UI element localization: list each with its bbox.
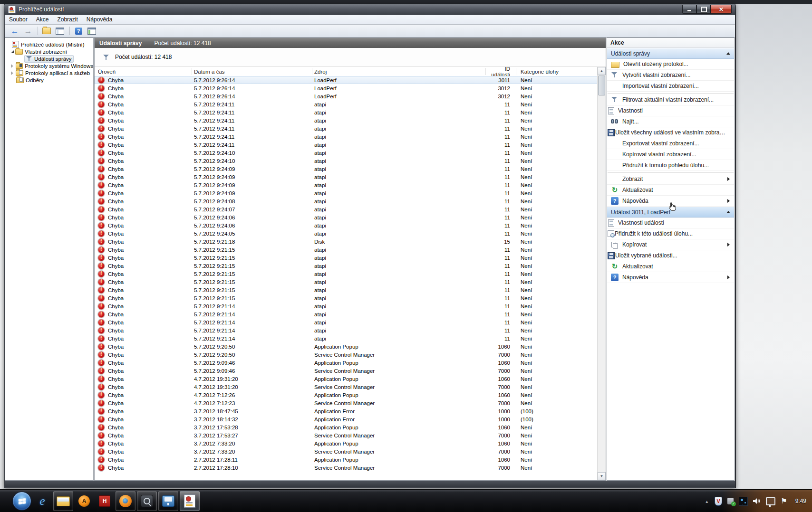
scroll-down-button[interactable]: ▼ — [598, 472, 606, 480]
table-row[interactable]: Chyba 3.7.2012 18:14:32 Application Erro… — [95, 415, 598, 423]
network-app-icon[interactable] — [739, 497, 748, 506]
table-row[interactable]: Chyba 4.7.2012 7:12:26 Application Popup… — [95, 391, 598, 399]
table-row[interactable]: Chyba 5.7.2012 9:21:15 atapi 11 Není — [95, 270, 598, 278]
table-row[interactable]: Chyba 5.7.2012 9:24:11 atapi 11 Není — [95, 133, 598, 141]
action-item-save-all-events[interactable]: Uložit všechny události ve vlastním zobr… — [607, 127, 734, 138]
column-zdroj[interactable]: Zdroj — [312, 69, 485, 75]
table-row[interactable]: Chyba 5.7.2012 9:24:08 atapi 11 Není — [95, 197, 598, 205]
table-row[interactable]: Chyba 5.7.2012 9:20:50 Application Popup… — [95, 342, 598, 351]
action-item-import-custom-view[interactable]: Importovat vlastní zobrazení... — [607, 81, 734, 92]
table-row[interactable]: Chyba 5.7.2012 9:09:46 Service Control M… — [95, 367, 598, 375]
export-button[interactable] — [40, 25, 53, 37]
table-row[interactable]: Chyba 5.7.2012 9:24:10 atapi 11 Není — [95, 149, 598, 157]
action-item-refresh[interactable]: ↻ Aktualizovat — [607, 261, 734, 272]
taskbar-button-projector[interactable] — [158, 491, 178, 511]
table-row[interactable]: Chyba 3.7.2012 7:33:20 Application Popup… — [95, 439, 598, 447]
action-item-open-saved-log[interactable]: Otevřít uložený protokol... — [607, 59, 734, 70]
action-item-attach-task-to-event[interactable]: Přidružit k této události úlohu... — [607, 228, 734, 239]
table-row[interactable]: Chyba 5.7.2012 9:24:09 atapi 11 Není — [95, 173, 598, 181]
tree-item-vlastni-zobrazeni[interactable]: Vlastní zobrazení — [5, 48, 93, 55]
table-row[interactable]: Chyba 5.7.2012 9:24:09 atapi 11 Není — [95, 189, 598, 197]
collapsed-arrow-icon[interactable] — [11, 71, 13, 75]
show-action-pane-button[interactable] — [86, 25, 98, 37]
action-item-properties[interactable]: Vlastnosti — [607, 105, 734, 116]
taskbar-clock[interactable]: 9:49 — [795, 498, 806, 504]
action-item-copy[interactable]: Kopírovat — [607, 239, 734, 250]
titlebar[interactable]: Prohlížeč událostí ✕ — [4, 4, 735, 15]
table-row[interactable]: Chyba 5.7.2012 9:24:05 atapi 11 Není — [95, 229, 598, 237]
vertical-scrollbar[interactable]: ▲ ▼ — [597, 67, 606, 480]
action-item-help[interactable]: ? Nápověda — [607, 272, 734, 283]
taskbar-button-firefox[interactable] — [116, 491, 135, 511]
tree-root[interactable]: Prohlížeč událostí (Místní) — [5, 41, 93, 48]
usb-device-icon[interactable] — [727, 498, 734, 504]
menu-napoveda[interactable]: Nápověda — [82, 15, 117, 24]
table-row[interactable]: Chyba 3.7.2012 18:47:45 Application Erro… — [95, 407, 598, 415]
table-row[interactable]: Chyba 5.7.2012 9:21:15 atapi 11 Není — [95, 246, 598, 254]
table-row[interactable]: Chyba 5.7.2012 9:26:14 LoadPerf 3012 Nen… — [95, 84, 598, 92]
table-row[interactable]: Chyba 5.7.2012 9:24:11 atapi 11 Není — [95, 141, 598, 149]
table-row[interactable]: Chyba 5.7.2012 9:21:14 atapi 11 Není — [95, 326, 598, 334]
collapse-arrow-icon[interactable] — [726, 211, 730, 213]
table-row[interactable]: Chyba 3.7.2012 17:53:27 Service Control … — [95, 431, 598, 439]
table-row[interactable]: Chyba 5.7.2012 9:21:14 atapi 11 Není — [95, 310, 598, 318]
table-row[interactable]: Chyba 5.7.2012 9:24:10 atapi 11 Není — [95, 157, 598, 165]
table-row[interactable]: Chyba 5.7.2012 9:21:18 Disk 15 Není — [95, 237, 598, 246]
table-row[interactable]: Chyba 5.7.2012 9:09:46 Application Popup… — [95, 359, 598, 367]
table-row[interactable]: Chyba 5.7.2012 9:24:11 atapi 11 Není — [95, 100, 598, 108]
table-row[interactable]: Chyba 5.7.2012 9:24:11 atapi 11 Není — [95, 108, 598, 116]
table-row[interactable]: Chyba 5.7.2012 9:24:11 atapi 11 Není — [95, 124, 598, 133]
action-item-find[interactable]: Najít... — [607, 116, 734, 127]
table-row[interactable]: Chyba 5.7.2012 9:24:09 atapi 11 Není — [95, 181, 598, 189]
table-row[interactable]: Chyba 5.7.2012 9:24:06 atapi 11 Není — [95, 221, 598, 229]
table-row[interactable]: Chyba 3.7.2012 7:33:20 Service Control M… — [95, 447, 598, 455]
table-row[interactable]: Chyba 5.7.2012 9:24:07 atapi 11 Není — [95, 205, 598, 213]
table-row[interactable]: Chyba 2.7.2012 17:28:11 Application Popu… — [95, 455, 598, 464]
column-kategorie[interactable]: Kategorie úlohy — [510, 69, 598, 75]
close-button[interactable]: ✕ — [711, 5, 732, 14]
table-row[interactable]: Chyba 5.7.2012 9:24:11 atapi 11 Není — [95, 116, 598, 124]
taskbar-button-event-viewer[interactable] — [180, 491, 200, 511]
show-hidden-icons-chevron[interactable]: ▴ — [706, 499, 708, 504]
table-row[interactable]: Chyba 2.7.2012 17:28:10 Service Control … — [95, 464, 598, 472]
column-uroven[interactable]: Úroveň — [95, 69, 192, 75]
action-item-copy-custom-view[interactable]: Kopírovat vlastní zobrazení... — [607, 149, 734, 160]
scrollbar-thumb[interactable] — [598, 76, 605, 95]
action-item-attach-task-to-view[interactable]: Přidružit k tomuto pohledu úlohu... — [607, 160, 734, 171]
table-row[interactable]: Chyba 5.7.2012 9:21:15 atapi 11 Není — [95, 262, 598, 270]
back-button[interactable]: ← — [9, 25, 21, 37]
volume-icon[interactable] — [753, 498, 761, 504]
action-item-event-properties[interactable]: Vlastnosti události — [607, 218, 734, 228]
action-item-save-selected-events[interactable]: Uložit vybrané události... — [607, 250, 734, 261]
tree-item-protokoly-windows[interactable]: Protokoly systému Windows — [5, 62, 93, 69]
table-row[interactable]: Chyba 5.7.2012 9:26:14 LoadPerf 3011 Nen… — [95, 76, 598, 84]
actions-group-udalosti-spravy[interactable]: Události správy — [607, 48, 734, 59]
table-row[interactable]: Chyba 5.7.2012 9:21:15 atapi 11 Není — [95, 278, 598, 286]
console-window-button[interactable] — [54, 25, 66, 37]
taskbar-button-start[interactable] — [12, 492, 31, 511]
menu-zobrazit[interactable]: Zobrazit — [53, 15, 82, 24]
taskbar-button-ie[interactable]: e — [33, 492, 52, 511]
table-row[interactable]: Chyba 5.7.2012 9:24:09 atapi 11 Není — [95, 165, 598, 173]
collapse-arrow-icon[interactable] — [726, 52, 730, 55]
tree-item-protokoly-aplikaci[interactable]: Protokoly aplikací a služeb — [5, 69, 93, 76]
expanded-arrow-icon[interactable] — [11, 50, 14, 53]
table-row[interactable]: Chyba 5.7.2012 9:21:14 atapi 11 Není — [95, 334, 598, 342]
tree-item-udalosti-spravy[interactable]: Události správy — [5, 55, 93, 62]
table-row[interactable]: Chyba 5.7.2012 9:21:14 atapi 11 Není — [95, 302, 598, 310]
action-item-filter-current-view[interactable]: Filtrovat aktuální vlastní zobrazení... — [607, 95, 734, 105]
menu-akce[interactable]: Akce — [32, 15, 53, 24]
table-row[interactable]: Chyba 5.7.2012 9:21:14 atapi 11 Není — [95, 318, 598, 326]
taskbar-button-app-h[interactable]: H — [95, 492, 114, 511]
menu-soubor[interactable]: Soubor — [5, 15, 32, 24]
table-row[interactable]: Chyba 4.7.2012 19:31:20 Application Popu… — [95, 375, 598, 383]
action-item-export-custom-view[interactable]: Exportovat vlastní zobrazení... — [607, 138, 734, 149]
collapsed-arrow-icon[interactable] — [11, 64, 13, 68]
minimize-button[interactable] — [682, 5, 696, 14]
taskbar-button-app-a[interactable]: A — [75, 492, 94, 511]
scroll-up-button[interactable]: ▲ — [598, 67, 606, 75]
taskbar-button-magnifier[interactable] — [137, 491, 157, 511]
table-row[interactable]: Chyba 3.7.2012 17:53:28 Application Popu… — [95, 423, 598, 431]
taskbar-button-explorer[interactable] — [53, 491, 73, 511]
action-item-create-custom-view[interactable]: Vytvořit vlastní zobrazení... — [607, 70, 734, 81]
